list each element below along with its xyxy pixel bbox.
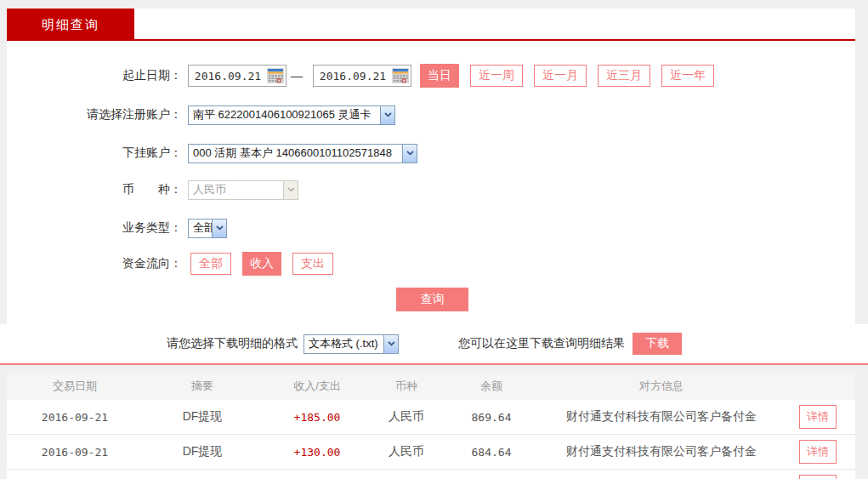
business-type-select[interactable]: 全部 — [188, 219, 227, 238]
chevron-down-icon[interactable] — [380, 106, 394, 124]
table-cell: 869.64 — [440, 411, 542, 424]
table-cell: +130.00 — [262, 446, 372, 459]
table-cell: DF提现 — [143, 444, 262, 459]
column-header: 币种 — [372, 379, 440, 394]
detail-button[interactable]: 详情 — [799, 405, 837, 429]
currency-row: 币 种： 人民币 — [7, 178, 298, 202]
fund-flow-button[interactable]: 全部 — [190, 253, 231, 275]
table-cell: 人民币 — [372, 444, 440, 459]
download-format-value: 文本格式 (.txt) — [304, 336, 383, 351]
table-cell: 人民币 — [372, 409, 440, 425]
table-cell: 财付通支付科技有限公司客户备付金 — [542, 409, 780, 425]
download-bar: 请您选择下载明细的格式 文本格式 (.txt) 您可以在这里下载查询明细结果 下… — [0, 324, 868, 363]
sub-account-label: 下挂账户： — [7, 145, 182, 161]
column-header: 对方信息 — [542, 379, 780, 394]
query-button[interactable]: 查询 — [396, 288, 468, 311]
table-top-divider — [0, 363, 868, 365]
quick-range-button[interactable]: 近一年 — [661, 65, 714, 87]
results-table: 交易日期摘要收入/支出币种余额对方信息 2016-09-21DF提现+185.0… — [7, 372, 855, 479]
chevron-down-icon[interactable] — [212, 220, 226, 237]
fund-flow-label: 资金流向： — [7, 256, 182, 271]
date-range-label: 起止日期： — [7, 68, 182, 83]
sub-account-select[interactable]: 000 活期 基本户 1406600101102571848 — [188, 144, 417, 163]
download-hint: 您可以在这里下载查询明细结果 — [458, 336, 625, 351]
column-header: 余额 — [440, 379, 542, 394]
sub-account-row: 下挂账户： 000 活期 基本户 1406600101102571848 — [7, 141, 417, 165]
detail-button[interactable]: 详情 — [799, 440, 837, 464]
chevron-down-icon[interactable] — [383, 335, 398, 353]
quick-range-button[interactable]: 近一周 — [470, 65, 523, 87]
sub-account-value: 000 活期 基本户 1406600101102571848 — [189, 145, 396, 161]
quick-range-button[interactable]: 当日 — [420, 64, 459, 88]
fund-flow-group: 全部收入支出 — [190, 252, 344, 276]
table-cell: 2016-09-21 — [7, 446, 143, 459]
chevron-down-icon — [283, 181, 298, 199]
table-cell-action: 详情 — [780, 475, 855, 479]
table-cell-action: 详情 — [780, 440, 855, 464]
table-cell-action: 详情 — [780, 405, 855, 429]
table-cell: DF提现 — [143, 409, 262, 425]
currency-value: 人民币 — [189, 182, 230, 197]
date-range-separator: — — [291, 69, 303, 83]
date-range-row: 起止日期： 2016.09.21 — 2016.09.21 — [7, 64, 725, 88]
end-date-input[interactable]: 2016.09.21 — [313, 65, 411, 87]
fund-flow-button[interactable]: 支出 — [292, 253, 333, 275]
business-type-value: 全部 — [189, 220, 212, 236]
table-cell: 2016-09-21 — [7, 411, 143, 424]
table-row: 2016-09-21DF提现+185.00人民币869.64财付通支付科技有限公… — [7, 400, 855, 435]
calendar-icon[interactable] — [267, 68, 284, 83]
tab-detail-query[interactable]: 明细查询 — [7, 9, 134, 41]
business-type-label: 业务类型： — [7, 220, 182, 236]
table-header-row: 交易日期摘要收入/支出币种余额对方信息 — [7, 372, 855, 400]
fund-flow-row: 资金流向： 全部收入支出 — [7, 252, 344, 276]
table-cell: 财付通支付科技有限公司客户备付金 — [542, 444, 780, 459]
query-row: 查询 — [7, 288, 468, 311]
column-header: 交易日期 — [7, 379, 143, 394]
table-row: 2016-09-21DF提现+130.00人民币684.64财付通支付科技有限公… — [7, 435, 855, 470]
quick-range-button[interactable]: 近三月 — [598, 65, 650, 87]
register-account-select[interactable]: 南平 6222001406100921065 灵通卡 — [188, 105, 395, 125]
table-cell: +185.00 — [262, 411, 372, 424]
start-date-input[interactable]: 2016.09.21 — [188, 65, 286, 87]
start-date-value: 2016.09.21 — [189, 70, 267, 83]
chevron-down-icon[interactable] — [402, 145, 417, 163]
register-account-row: 请选择注册账户： 南平 6222001406100921065 灵通卡 — [7, 103, 395, 127]
table-body: 2016-09-21DF提现+185.00人民币869.64财付通支付科技有限公… — [7, 400, 855, 479]
business-type-row: 业务类型： 全部 — [7, 216, 227, 240]
download-format-label: 请您选择下载明细的格式 — [167, 336, 298, 351]
column-header: 收入/支出 — [262, 379, 372, 394]
calendar-icon[interactable] — [392, 68, 409, 83]
currency-select: 人民币 — [188, 180, 298, 200]
download-format-select[interactable]: 文本格式 (.txt) — [304, 334, 399, 354]
currency-label: 币 种： — [7, 182, 182, 197]
detail-button[interactable]: 详情 — [799, 475, 837, 479]
register-account-value: 南平 6222001406100921065 灵通卡 — [189, 107, 376, 123]
register-account-label: 请选择注册账户： — [7, 107, 182, 123]
table-row: 详情 — [7, 470, 855, 479]
quick-range-button[interactable]: 近一月 — [534, 65, 587, 87]
tab-bar: 明细查询 — [7, 9, 855, 41]
table-cell: 684.64 — [440, 446, 542, 459]
query-panel: 明细查询 起止日期： 2016.09.21 — — [7, 9, 855, 324]
end-date-value: 2016.09.21 — [314, 70, 392, 83]
fund-flow-button[interactable]: 收入 — [242, 252, 281, 276]
quick-range-group: 当日近一周近一月近三月近一年 — [420, 64, 725, 88]
download-button[interactable]: 下载 — [633, 333, 682, 355]
column-header: 摘要 — [143, 379, 262, 394]
